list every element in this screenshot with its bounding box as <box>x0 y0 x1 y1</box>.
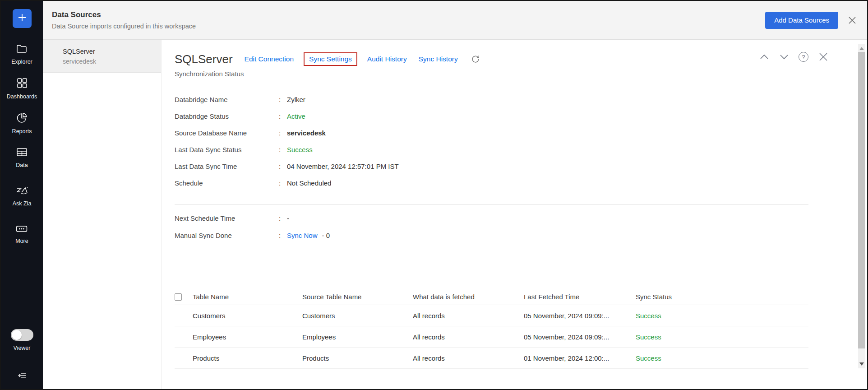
cell-fetched: All records <box>413 354 524 362</box>
field-value: Zylker <box>287 96 305 103</box>
field-label: Source Database Name <box>175 129 279 137</box>
colon: : <box>279 146 287 153</box>
field-label: Last Data Sync Time <box>175 162 279 170</box>
scrollbar-thumb[interactable] <box>858 52 865 348</box>
field-label: Databridge Status <box>175 112 279 120</box>
cell-table-name: Customers <box>193 312 302 320</box>
create-new-button[interactable] <box>13 9 32 28</box>
field-label: Databridge Name <box>175 96 279 103</box>
vertical-scrollbar[interactable] <box>858 44 865 368</box>
table-icon <box>16 147 28 159</box>
sidebar-item-dashboards[interactable]: Dashboards <box>7 77 37 100</box>
detail-header: SQLServer Edit Connection Sync Settings … <box>175 49 808 69</box>
tab-sync-history[interactable]: Sync History <box>419 55 458 63</box>
field-label: Last Data Sync Status <box>175 146 279 153</box>
refresh-icon[interactable] <box>471 54 480 64</box>
scroll-down-arrow-icon[interactable] <box>859 362 864 366</box>
section-title: Synchronization Status <box>175 70 808 78</box>
viewer-mode-toggle[interactable] <box>11 329 33 341</box>
sync-status-fields: Databridge Name : Zylker Databridge Stat… <box>175 91 808 191</box>
tables-sync-table: Table Name Source Table Name What data i… <box>175 289 808 369</box>
col-table-name: Table Name <box>193 293 302 301</box>
source-database: servicedesk <box>63 58 161 65</box>
data-source-list: SQLServer servicedesk <box>43 40 162 389</box>
col-what-data-is-fetched: What data is fetched <box>413 293 524 301</box>
select-all-checkbox[interactable] <box>175 293 182 301</box>
col-source-table-name: Source Table Name <box>302 293 413 301</box>
pie-chart-icon <box>16 112 28 125</box>
sidebar-item-reports[interactable]: Reports <box>12 112 32 135</box>
table-row[interactable]: Customers Customers All records 05 Novem… <box>175 305 808 326</box>
cell-source-table: Employees <box>302 333 413 341</box>
cell-table-name: Products <box>193 354 302 362</box>
colon: : <box>279 162 287 170</box>
field-next-schedule-time: Next Schedule Time : - <box>175 209 808 227</box>
cell-table-name: Employees <box>193 333 302 341</box>
section-divider <box>175 204 808 205</box>
sidebar-item-more[interactable]: More <box>15 224 28 244</box>
col-sync-status: Sync Status <box>636 293 808 301</box>
sidebar-item-label: Reports <box>12 128 32 135</box>
toggle-knob <box>12 330 22 340</box>
field-value: servicedesk <box>287 129 326 137</box>
colon: : <box>279 129 287 137</box>
sidebar-item-data[interactable]: Data <box>16 147 28 168</box>
cell-sync-status: Success <box>636 312 808 320</box>
table-header-row: Table Name Source Table Name What data i… <box>175 289 808 305</box>
colon: : <box>279 214 287 222</box>
tab-edit-connection[interactable]: Edit Connection <box>245 55 294 63</box>
field-value: Active <box>287 112 305 120</box>
help-icon[interactable]: ? <box>799 52 808 62</box>
sync-now-link[interactable]: Sync Now <box>287 232 318 239</box>
cell-last-fetched: 01 November, 2024 12:00:... <box>524 354 636 362</box>
field-label: Next Schedule Time <box>175 214 279 222</box>
manual-sync-count: - 0 <box>322 232 330 239</box>
cell-last-fetched: 05 November, 2024 09:09:... <box>524 333 636 341</box>
colon: : <box>279 179 287 187</box>
sidebar-nav: Explorer Dashboards Reports Data <box>7 43 37 244</box>
field-schedule: Schedule : Not Scheduled <box>175 175 808 191</box>
colon: : <box>279 112 287 120</box>
table-row[interactable]: Products Products All records 01 Novembe… <box>175 348 808 369</box>
close-icon[interactable] <box>846 14 858 26</box>
add-data-sources-button[interactable]: Add Data Sources <box>765 12 838 29</box>
page-header-titles: Data Sources Data Source imports configu… <box>52 10 196 30</box>
chevron-down-icon[interactable] <box>779 52 790 61</box>
table-row[interactable]: Employees Employees All records 05 Novem… <box>175 326 808 348</box>
tab-audit-history[interactable]: Audit History <box>367 55 407 63</box>
sidebar-item-label: Ask Zia <box>13 200 32 207</box>
plus-icon <box>17 12 28 25</box>
folder-icon <box>16 43 28 56</box>
page-title: Data Sources <box>52 10 196 19</box>
close-detail-icon[interactable] <box>817 51 829 63</box>
sidebar-item-label: Explorer <box>11 59 32 65</box>
tab-sync-settings[interactable]: Sync Settings <box>309 55 352 63</box>
schedule-fields: Next Schedule Time : - Manual Sync Done … <box>175 209 808 244</box>
zia-icon <box>15 186 29 198</box>
cell-sync-status: Success <box>636 333 808 341</box>
field-manual-sync-done: Manual Sync Done : Sync Now - 0 <box>175 227 808 244</box>
sidebar-item-explorer[interactable]: Explorer <box>11 43 32 65</box>
chevron-up-icon[interactable] <box>759 52 770 61</box>
cell-source-table: Customers <box>302 312 413 320</box>
viewer-toggle-label: Viewer <box>14 345 31 351</box>
grid-icon <box>16 77 28 91</box>
colon: : <box>279 232 287 239</box>
sidebar-item-ask-zia[interactable]: Ask Zia <box>13 186 32 207</box>
sidebar-bottom: Viewer <box>11 329 33 383</box>
detail-panel: SQLServer Edit Connection Sync Settings … <box>162 40 857 389</box>
scroll-up-arrow-icon[interactable] <box>859 47 864 50</box>
sidebar-item-label: Data <box>16 162 28 168</box>
cell-last-fetched: 05 November, 2024 09:09:... <box>524 312 636 320</box>
collapse-sidebar-icon[interactable] <box>16 370 28 383</box>
source-list-item-sqlserver[interactable]: SQLServer servicedesk <box>43 40 161 73</box>
page-subtitle: Data Source imports configured in this w… <box>52 23 196 30</box>
sync-settings-highlight-box: Sync Settings <box>304 52 357 66</box>
cell-sync-status: Success <box>636 354 808 362</box>
cell-fetched: All records <box>413 333 524 341</box>
more-icon <box>15 224 28 235</box>
sidebar: Explorer Dashboards Reports Data <box>1 1 43 389</box>
sidebar-item-label: Dashboards <box>7 93 37 100</box>
field-label: Schedule <box>175 179 279 187</box>
field-last-data-sync-time: Last Data Sync Time : 04 November, 2024 … <box>175 158 808 175</box>
